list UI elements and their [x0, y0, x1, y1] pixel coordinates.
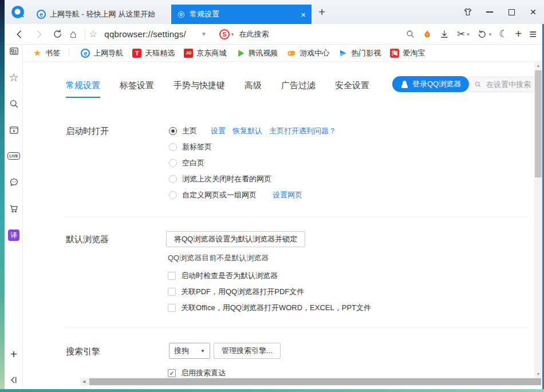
url-dropdown-icon[interactable]: ▼ — [201, 31, 207, 37]
bookmark-tmall[interactable]: T 天猫精选 — [132, 48, 175, 58]
search-engine-selector[interactable]: S ▾ 在此搜索 — [219, 29, 269, 39]
tab-security-settings[interactable]: 安全设置 — [335, 80, 369, 98]
tab-settings-page[interactable]: 常规设置 × — [171, 5, 312, 24]
shopping-cart-icon[interactable] — [5, 202, 23, 215]
vertical-scrollbar-thumb[interactable] — [535, 70, 542, 177]
chat-bubble-icon[interactable] — [5, 176, 23, 188]
checkbox-associate-pdf[interactable]: 关联PDF，用QQ浏览器打开PDF文件 — [168, 286, 304, 298]
qq-browser-logo-icon[interactable] — [5, 0, 31, 24]
radio-option-custom-pages[interactable]: 自定义网页或一组网页 设置网页 — [169, 189, 302, 201]
favorite-star-icon[interactable]: ☆ — [89, 28, 97, 40]
menu-icon[interactable]: ≡ — [529, 27, 537, 42]
translate-icon[interactable]: 译 — [5, 229, 23, 241]
live-icon[interactable]: LIVE — [5, 149, 23, 162]
dropdown-arrow-icon: ▼ — [200, 349, 205, 354]
favorites-star-icon[interactable]: ☆ — [5, 71, 23, 84]
e-navigation-icon: e — [81, 49, 90, 58]
checkbox-icon[interactable] — [168, 272, 176, 280]
bookmarks-root-label[interactable]: 书签 — [45, 48, 60, 58]
search-engine-dropdown[interactable]: 搜狗 ▼ — [169, 343, 210, 359]
checkbox-direct-search[interactable]: ✓ 启用搜索直达 — [168, 367, 226, 378]
search-engine-section-label: 搜索引擎 — [66, 346, 100, 357]
maximize-button[interactable] — [500, 0, 522, 24]
bookmark-navigation[interactable]: e 上网导航 — [81, 48, 123, 58]
address-url[interactable]: qqbrowser://settings/ — [104, 29, 186, 39]
search-here-label[interactable]: 在此搜索 — [239, 29, 269, 39]
radio-option-blank-page[interactable]: 空白页 — [169, 157, 204, 169]
bookmarks-star-icon[interactable]: ★ — [33, 47, 41, 58]
homepage-problem-link[interactable]: 主页打开遇到问题？ — [269, 126, 336, 136]
checkbox-checked-icon[interactable]: ✓ — [168, 369, 176, 377]
bookmark-aitaobao[interactable]: 淘 爱淘宝 — [390, 48, 425, 58]
radio-icon[interactable] — [169, 175, 177, 183]
bookmark-hot-movies[interactable]: 热门影视 — [338, 48, 381, 58]
forward-icon[interactable] — [33, 29, 45, 40]
scroll-up-icon[interactable]: ▲ — [534, 64, 542, 68]
settings-search-input[interactable] — [485, 80, 534, 89]
tab-tab-settings[interactable]: 标签设置 — [120, 80, 154, 98]
refresh-icon[interactable] — [52, 29, 63, 39]
set-custom-pages-link[interactable]: 设置网页 — [273, 190, 302, 200]
settings-search-box[interactable] — [470, 77, 534, 92]
bookmark-jd[interactable]: JD 京东商城 — [184, 48, 226, 58]
tab-title: 上网导航 - 轻快上网 从这里开始 — [50, 9, 165, 19]
checkbox-icon[interactable] — [168, 288, 176, 296]
promo-hongbao-icon[interactable] — [423, 30, 432, 39]
desktop-wallpaper-edge — [0, 0, 5, 392]
search-sidebar-icon[interactable] — [5, 97, 23, 110]
radio-option-new-tab[interactable]: 新标签页 — [169, 141, 212, 153]
bookmarks-bar: ★ 书签 e 上网导航 T 天猫精选 JD 京东商城 腾讯视频 游戏中心 — [23, 45, 542, 62]
homepage-set-link[interactable]: 设置 — [211, 126, 226, 136]
search-icon — [474, 81, 482, 88]
minimize-button[interactable] — [479, 0, 500, 24]
restore-default-link[interactable]: 恢复默认 — [232, 126, 262, 136]
settings-page: 常规设置 标签设置 手势与快捷键 高级 广告过滤 安全设置 登录QQ浏览器 启动… — [23, 62, 534, 378]
skin-theme-icon[interactable] — [457, 0, 479, 24]
penguin-icon — [400, 80, 409, 89]
tab-general-settings[interactable]: 常规设置 — [66, 80, 100, 98]
checkbox-check-default[interactable]: 启动时检查是否为默认浏览器 — [168, 270, 278, 282]
gear-icon — [177, 10, 186, 19]
horizontal-scrollbar[interactable]: ◀ — [80, 378, 542, 386]
scroll-left-icon[interactable]: ◀ — [82, 379, 85, 384]
radio-selected-icon[interactable] — [169, 127, 177, 135]
manage-search-engines-button[interactable]: 管理搜索引擎... — [214, 343, 281, 359]
screenshot-scissors-icon[interactable]: ✂▾ — [457, 28, 470, 40]
horizontal-scrollbar-thumb[interactable] — [89, 378, 541, 385]
night-mode-moon-icon[interactable]: ☾ — [499, 28, 507, 40]
collapse-sidebar-icon[interactable] — [5, 374, 23, 386]
tab-close-icon[interactable]: × — [301, 10, 306, 19]
close-window-button[interactable]: × — [522, 0, 544, 24]
checkbox-associate-office[interactable]: 关联Office，用QQ浏览器打开WORD，EXCEL，PPT文件 — [168, 302, 371, 314]
checkbox-icon[interactable] — [168, 304, 176, 312]
bookmark-tencent-video[interactable]: 腾讯视频 — [235, 48, 278, 58]
news-feed-icon[interactable] — [5, 45, 23, 57]
add-sidebar-tool-icon[interactable]: + — [5, 348, 23, 361]
radio-option-restore-last[interactable]: 浏览上次关闭时在看的网页 — [169, 173, 271, 185]
toolbar-divider — [85, 29, 85, 39]
scroll-down-icon[interactable]: ▼ — [534, 372, 542, 376]
radio-icon[interactable] — [169, 159, 177, 167]
search-icon[interactable] — [405, 29, 415, 39]
set-default-browser-button[interactable]: 将QQ浏览器设置为默认浏览器并锁定 — [166, 231, 305, 247]
new-tab-button[interactable]: + — [312, 0, 332, 24]
radio-icon[interactable] — [169, 191, 177, 199]
gamepad-icon — [287, 49, 296, 58]
home-icon[interactable]: ⌂ — [70, 27, 77, 41]
login-qq-browser-button[interactable]: 登录QQ浏览器 — [392, 76, 469, 92]
tab-ad-filter[interactable]: 广告过滤 — [281, 80, 316, 98]
vertical-scrollbar[interactable]: ▲ ▼ — [534, 62, 542, 378]
tab-advanced[interactable]: 高级 — [245, 80, 262, 98]
radio-option-homepage[interactable]: 主页 设置 恢复默认 主页打开遇到问题？ — [169, 125, 336, 137]
window-controls: × — [457, 0, 544, 24]
chevron-down-icon: ▾ — [231, 31, 234, 37]
bookmark-game-center[interactable]: 游戏中心 — [287, 48, 329, 58]
tab-gestures-shortcuts[interactable]: 手势与快捷键 — [174, 80, 225, 98]
add-icon[interactable]: + — [515, 27, 522, 41]
download-icon[interactable] — [439, 29, 450, 39]
video-player-icon[interactable] — [5, 124, 23, 136]
radio-icon[interactable] — [169, 143, 177, 151]
restore-history-icon[interactable]: ▾ — [477, 29, 492, 39]
tab-navigation-page[interactable]: e 上网导航 - 轻快上网 从这里开始 — [31, 5, 171, 24]
back-icon[interactable] — [14, 29, 25, 40]
